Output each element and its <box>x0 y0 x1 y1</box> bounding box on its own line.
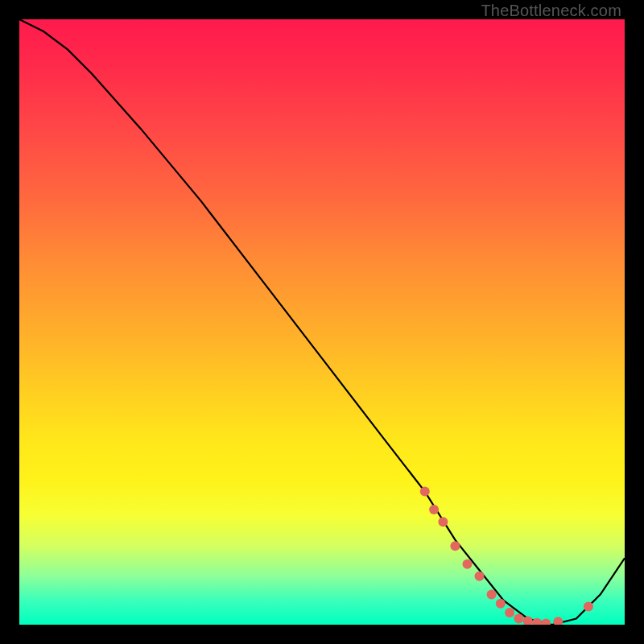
chart-curve <box>19 19 625 625</box>
chart-marker <box>429 505 439 514</box>
chart-marker <box>420 487 430 497</box>
chart-marker <box>487 589 497 599</box>
chart-marker <box>541 619 551 625</box>
chart-marker <box>514 614 523 624</box>
watermark-text: TheBottleneck.com <box>481 2 621 20</box>
chart-plot-area <box>19 19 625 625</box>
chart-marker <box>532 618 542 625</box>
chart-marker <box>553 617 563 625</box>
chart-marker <box>463 559 473 569</box>
chart-marker-group <box>420 487 593 625</box>
chart-marker <box>505 608 514 617</box>
chart-svg <box>19 19 625 625</box>
chart-marker <box>475 572 485 581</box>
chart-marker <box>496 599 506 609</box>
chart-marker <box>450 541 460 551</box>
chart-marker <box>523 617 533 625</box>
chart-marker <box>584 601 593 611</box>
chart-marker <box>438 517 448 526</box>
